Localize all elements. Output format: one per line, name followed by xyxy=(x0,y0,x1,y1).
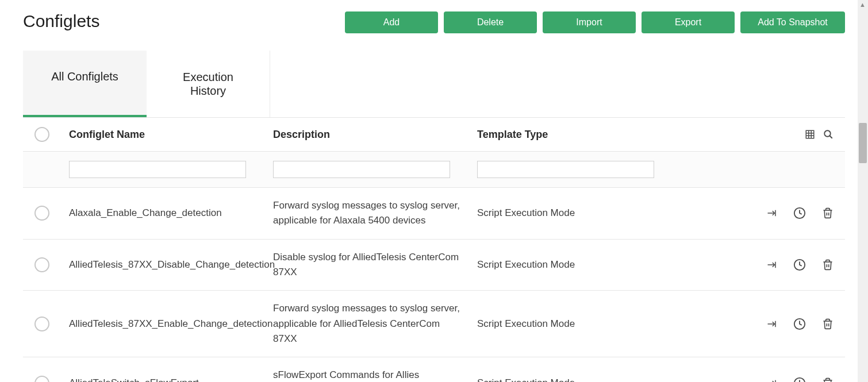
execute-icon[interactable] xyxy=(767,379,777,382)
select-all-checkbox[interactable] xyxy=(34,127,49,142)
table-header-row: Configlet Name Description Template Type xyxy=(23,118,845,152)
row-checkbox[interactable] xyxy=(34,376,49,382)
cell-description: Disable syslog for AlliedTelesis CenterC… xyxy=(273,250,477,280)
cell-description: sFlowExport Commands for Allies TeleSwit… xyxy=(273,368,477,382)
filter-name-input[interactable] xyxy=(69,161,246,178)
cell-description: Forward syslog messages to syslog server… xyxy=(273,198,477,229)
trash-icon[interactable] xyxy=(822,318,834,330)
svg-point-5 xyxy=(824,130,831,137)
filter-row xyxy=(23,152,845,188)
row-checkbox[interactable] xyxy=(34,206,49,221)
tab-label-line2: History xyxy=(158,84,258,98)
column-header-template-type[interactable]: Template Type xyxy=(477,129,788,141)
trash-icon[interactable] xyxy=(822,259,834,271)
cell-template-type: Script Execution Mode xyxy=(477,318,742,330)
execute-icon[interactable] xyxy=(767,320,777,328)
trash-icon[interactable] xyxy=(822,207,834,219)
history-icon[interactable] xyxy=(793,258,806,271)
tab-execution-history[interactable]: Execution History xyxy=(147,51,270,117)
cell-configlet-name[interactable]: Alaxala_Enable_Change_detection xyxy=(69,206,273,221)
table-row: AlliedTelesis_87XX_Enable_Change_detecti… xyxy=(23,291,845,357)
delete-button[interactable]: Delete xyxy=(444,11,537,33)
action-buttons: Add Delete Import Export Add To Snapshot xyxy=(345,11,845,33)
filter-type-input[interactable] xyxy=(477,161,654,178)
import-button[interactable]: Import xyxy=(543,11,636,33)
row-checkbox[interactable] xyxy=(34,317,49,331)
page-title: Configlets xyxy=(23,11,99,31)
cell-configlet-name[interactable]: AlliedTelesis_87XX_Disable_Change_detect… xyxy=(69,257,273,272)
configlets-table: Configlet Name Description Template Type xyxy=(23,118,845,382)
export-button[interactable]: Export xyxy=(642,11,735,33)
svg-line-6 xyxy=(829,136,832,138)
history-icon[interactable] xyxy=(793,318,806,330)
table-row: Alaxala_Enable_Change_detection Forward … xyxy=(23,188,845,240)
filter-description-input[interactable] xyxy=(273,161,450,178)
cell-description: Forward syslog messages to syslog server… xyxy=(273,301,477,346)
cell-configlet-name[interactable]: AlliedTelesis_87XX_Enable_Change_detecti… xyxy=(69,317,273,331)
execute-icon[interactable] xyxy=(767,209,777,217)
history-icon[interactable] xyxy=(793,377,806,382)
cell-template-type: Script Execution Mode xyxy=(477,259,742,271)
execute-icon[interactable] xyxy=(767,261,777,269)
history-icon[interactable] xyxy=(793,207,806,219)
tab-label: All Configlets xyxy=(51,70,118,83)
table-row: AlliedTelesis_87XX_Disable_Change_detect… xyxy=(23,240,845,291)
vertical-scrollbar[interactable]: ▲ xyxy=(858,0,868,382)
row-checkbox[interactable] xyxy=(34,257,49,272)
cell-template-type: Script Execution Mode xyxy=(477,207,742,219)
tab-all-configlets[interactable]: All Configlets xyxy=(23,51,147,117)
columns-icon[interactable] xyxy=(805,129,815,140)
column-header-name[interactable]: Configlet Name xyxy=(69,129,273,141)
column-header-description[interactable]: Description xyxy=(273,129,477,141)
svg-rect-0 xyxy=(806,130,814,138)
cell-template-type: Script Execution Mode xyxy=(477,377,742,382)
scrollbar-thumb[interactable] xyxy=(859,123,867,163)
add-button[interactable]: Add xyxy=(345,11,438,33)
cell-configlet-name[interactable]: AlliedTeleSwitch_sFlowExport xyxy=(69,376,273,382)
search-icon[interactable] xyxy=(823,129,834,140)
tab-bar: All Configlets Execution History xyxy=(23,51,845,118)
add-to-snapshot-button[interactable]: Add To Snapshot xyxy=(740,11,845,33)
trash-icon[interactable] xyxy=(822,377,834,382)
scroll-up-arrow-icon[interactable]: ▲ xyxy=(859,1,866,8)
tab-label-line1: Execution xyxy=(158,70,258,84)
table-row: AlliedTeleSwitch_sFlowExport sFlowExport… xyxy=(23,357,845,382)
